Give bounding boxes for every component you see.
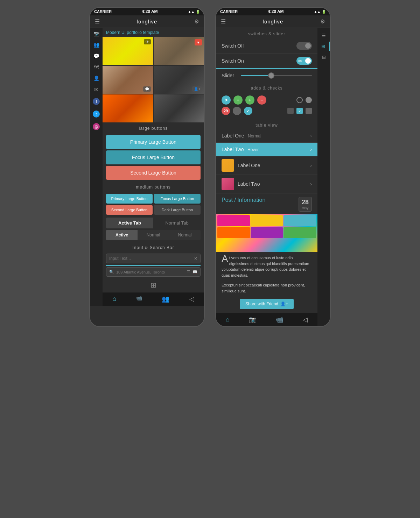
sidebar-instagram-icon[interactable]: @ (93, 123, 100, 130)
chevron-button[interactable]: > (222, 95, 231, 105)
nav-menu-icon-right[interactable]: ☰ (221, 18, 226, 25)
table-row-label-one-normal[interactable]: Label One Normal › (216, 129, 317, 143)
bottom-share-icon[interactable]: ◁ (189, 295, 194, 303)
checkbox-check[interactable]: ✓ (296, 108, 303, 114)
sidebar-twitter-icon[interactable]: t (93, 111, 100, 118)
time-right: 4:20 AM (268, 9, 284, 14)
thumb-image-one (222, 159, 234, 172)
share-with-friend-button[interactable]: Share with Friend 👤+ (240, 299, 294, 309)
post-image-grid (216, 214, 317, 240)
active-tab[interactable]: Active Tab (106, 218, 153, 228)
table-row-hover-label-group: Label Two Hover (222, 146, 259, 152)
nav-menu-icon-left[interactable]: ☰ (95, 18, 100, 25)
state-tabs-row: Active Normal Normal (106, 230, 201, 240)
bottom-home-icon-right[interactable]: ⌂ (226, 316, 230, 324)
check-teal[interactable]: ✓ (244, 107, 252, 115)
table-sublabel-two: Hover (247, 147, 259, 152)
nav-bar-right: ☰ longlive ⚙ (216, 15, 330, 28)
right-sb-list-icon[interactable]: ☰ (317, 31, 330, 40)
table-row-label-two-hover[interactable]: Label Two Hover › (216, 143, 317, 156)
nav-bar-left: ☰ longlive ⚙ (90, 15, 204, 28)
switch-off-label: Switch Off (222, 43, 244, 49)
checkbox-empty[interactable] (287, 108, 294, 114)
med-primary-button[interactable]: Primary Large Button (106, 194, 153, 204)
sidebar-user-icon[interactable]: 👤 (93, 76, 99, 81)
badge-29: 29 (222, 107, 230, 115)
input-text-field[interactable] (109, 256, 194, 261)
thumb-image-two (222, 178, 234, 190)
med-focus-button[interactable]: Focus Large Button (154, 194, 201, 204)
bottom-home-icon[interactable]: ⌂ (112, 295, 116, 303)
bottom-camera-icon-right[interactable]: 📷 (249, 316, 257, 324)
switches-section-title: switches & slider (216, 28, 317, 38)
table-thumb-label-one: Label One (238, 163, 310, 168)
radio-on1[interactable] (306, 97, 312, 103)
slider-track[interactable] (241, 75, 312, 76)
grid-display-icon[interactable]: ⊞ (150, 281, 156, 289)
slider-thumb[interactable] (268, 72, 274, 79)
plus-button2[interactable]: + (245, 95, 254, 105)
state-normal-tab1[interactable]: Normal (138, 230, 169, 240)
normal-tab[interactable]: Normal Tab (153, 218, 201, 228)
user-overlay: 👤+ (192, 86, 202, 92)
table-view-title: table view (216, 120, 317, 129)
heart-overlay: ♥ (195, 39, 202, 45)
bottom-video-icon-right[interactable]: 📹 (276, 316, 284, 324)
time-left: 4:20 AM (142, 9, 158, 14)
post-card-purple (251, 227, 283, 238)
post-card-yellow (251, 215, 283, 226)
radio-off1[interactable] (296, 97, 303, 103)
primary-large-button[interactable]: Primary Large Button (106, 135, 201, 149)
sidebar-chat-icon[interactable]: 💬 (93, 53, 99, 59)
status-bar-right: CARRIER 4:20 AM ▲▲ 🔋 (216, 8, 330, 15)
post-card-teal (284, 215, 316, 226)
minus-button[interactable]: − (257, 95, 266, 105)
sidebar-video-icon[interactable]: 👥 (93, 42, 99, 48)
input-clear-icon[interactable]: ✕ (194, 256, 197, 261)
table-label-one: Label One (222, 133, 244, 139)
switch-off-toggle[interactable] (296, 42, 312, 50)
status-icons-left: ▲▲ 🔋 (188, 10, 200, 14)
post-month: may (302, 206, 309, 210)
post-card-pink (217, 215, 250, 226)
switch-on-toggle[interactable]: on (296, 57, 312, 65)
plus-button1[interactable]: + (233, 95, 243, 105)
nav-gear-icon-right[interactable]: ⚙ (320, 18, 325, 25)
nav-title-right: longlive (263, 19, 284, 24)
medium-buttons-row2: Second Large Button Dark Large Button (106, 205, 201, 215)
chat-overlay: 💬 (143, 86, 151, 92)
search-input-field[interactable] (116, 270, 187, 274)
bottom-people-icon[interactable]: 👥 (162, 295, 169, 303)
left-phone: CARRIER 4:20 AM ▲▲ 🔋 ☰ longlive ⚙ 📷 👥 💬 … (89, 7, 205, 327)
status-bar-left: CARRIER 4:20 AM ▲▲ 🔋 (90, 8, 204, 15)
state-normal-tab2[interactable]: Normal (169, 230, 201, 240)
table-chevron-two: › (310, 147, 312, 152)
sidebar-mail-icon[interactable]: ✉ (94, 87, 98, 92)
sidebar-map-icon[interactable]: 🗺 (94, 64, 99, 70)
bottom-share-icon-right[interactable]: ◁ (303, 316, 308, 324)
post-title: Post / Information (222, 197, 265, 203)
right-sb-grid-icon[interactable]: ⊞ (317, 42, 330, 51)
right-sidebar: ☰ ⊞ ⊞ (317, 28, 330, 326)
bottom-bar-right: ⌂ 📷 📹 ◁ (216, 313, 317, 326)
med-dark-button[interactable]: Dark Large Button (154, 205, 201, 215)
med-second-button[interactable]: Second Large Button (106, 205, 153, 215)
medium-buttons-row1: Primary Large Button Focus Large Button (106, 194, 201, 204)
adds-row2: 29 ✓ ✓ (222, 107, 312, 115)
book-icon: 📖 (192, 270, 197, 274)
bottom-video-icon[interactable]: 📹 (136, 295, 142, 303)
table-thumb-row-two[interactable]: Label Two › (216, 175, 317, 193)
state-active-tab[interactable]: Active (106, 230, 138, 240)
post-text-content: t vero eos et accusamus et iusto odio di… (222, 256, 309, 277)
share-icon: 👤+ (280, 301, 288, 306)
slider-row: Slider (216, 69, 317, 82)
post-card-green (284, 227, 316, 238)
focus-large-button[interactable]: Focus Large Button (106, 150, 201, 164)
post-text-first: A t vero eos et accusamus et iusto odio … (216, 252, 317, 281)
right-sb-grid2-icon[interactable]: ⊞ (317, 52, 330, 62)
table-thumb-row-one[interactable]: Label One › (216, 156, 317, 175)
nav-gear-icon-left[interactable]: ⚙ (194, 18, 199, 25)
second-large-button[interactable]: Second Large Button (106, 166, 201, 180)
sidebar-facebook-icon[interactable]: f (93, 98, 100, 105)
sidebar-camera-icon[interactable]: 📷 (93, 31, 99, 36)
